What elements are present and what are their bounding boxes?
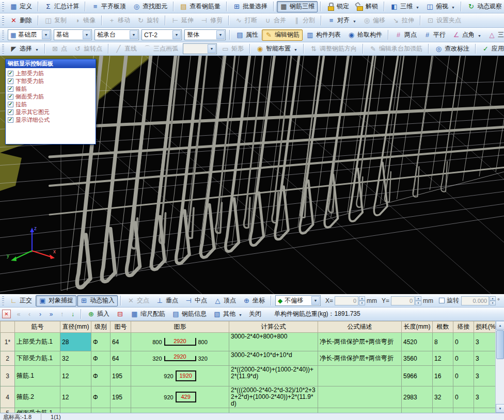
parallel-axis-button[interactable]: #平行 [420,29,449,41]
element-type-combo[interactable]: 桩承台 [94,29,139,40]
formula-cell[interactable]: 2*((2000-2*40)+(1000-2*40))+2*(11.9*d) [229,366,318,386]
length-cell[interactable]: 5966 [402,366,433,386]
grade-cell[interactable]: Φ [91,333,111,351]
snap-coordinate-button[interactable]: ⊕坐标 [240,295,268,306]
properties-button[interactable]: ▤属性 [233,29,261,41]
row-number-cell[interactable]: 3 [1,366,15,386]
lap-cell[interactable]: 0 [453,333,474,351]
apply-same-name-button[interactable]: ✓应用到同名承台 [479,43,504,55]
nav-first-button[interactable]: « [13,309,24,319]
figure-no-cell[interactable]: 64 [111,351,131,366]
split-button[interactable]: ∥分割 [290,15,318,26]
rebar-info-button[interactable]: ▤钢筋信息 [169,309,210,320]
point-angle-axis-button[interactable]: ∠点角 [449,29,484,41]
row-number-cell[interactable]: 1* [1,333,15,351]
lap-cell[interactable] [453,408,474,413]
bar-id-cell[interactable]: 上部受力筋.1 [15,333,60,351]
stepper-down-icon[interactable] [490,301,496,305]
chevron-down-icon[interactable] [208,44,216,53]
formula-cell[interactable]: 3000-2*40+10*d+10*d [229,351,318,366]
insert-row-button[interactable]: ⊕插入 [84,309,113,320]
two-point-axis-button[interactable]: #两点 [391,29,420,41]
merge-button[interactable]: ∪合并 [261,15,289,26]
three-point-axis-button[interactable]: △三点辅轴 [485,29,504,41]
toolbar-grip[interactable] [2,16,4,25]
row-number-cell[interactable]: 4 [1,386,15,408]
orbit-button[interactable]: ↻动态观察 [464,1,504,12]
snap-vertex-button[interactable]: △顶点 [211,295,239,306]
row-up-button[interactable]: ↑ [57,309,67,319]
row-number-cell[interactable]: 2 [1,351,15,366]
loss-cell[interactable]: 3 [474,386,496,408]
length-cell[interactable]: 3560 [402,351,433,366]
mirror-button[interactable]: ◑镜像 [70,15,99,26]
formula-cell[interactable] [229,408,318,413]
diameter-cell[interactable]: 12 [60,366,91,386]
figure-no-cell[interactable]: 195 [111,366,131,386]
shape-cell[interactable] [131,408,229,413]
lock-button[interactable]: 锁定 [324,1,352,12]
lap-cell[interactable]: 0 [453,366,474,386]
x-input[interactable]: 0 [335,296,358,305]
adjust-rebar-dir-button[interactable]: ⇅调整钢筋方向 [307,43,360,55]
y-stepper[interactable] [415,296,421,305]
toolbar-grip[interactable] [2,44,4,54]
formula-desc-cell[interactable] [318,386,402,408]
rotate-checkbox[interactable] [439,298,445,303]
shape-cell[interactable]: 920 429 [131,386,229,408]
loss-cell[interactable] [474,408,496,413]
checkbox-side-bars[interactable] [8,94,13,100]
viewport-3d[interactable]: xyz 钢筋显示控制面板 上部受力筋 下部受力筋 箍筋 侧面受力筋 拉筋 显示其… [0,56,504,294]
nav-next-button[interactable]: › [35,309,45,319]
bar-id-cell[interactable]: 箍筋.1 [15,366,60,386]
snap-intersection-button[interactable]: ✕交点 [124,295,152,306]
scope-combo[interactable]: 整体 [184,29,226,40]
grade-cell[interactable]: Φ [91,351,111,366]
dynamic-input-toggle[interactable]: ⊞动态输入 [77,295,118,306]
chevron-down-icon[interactable] [130,30,138,39]
diameter-cell[interactable]: 32 [60,351,91,366]
rotate-stepper[interactable] [490,296,496,305]
chevron-down-icon[interactable] [311,296,320,305]
lap-cell[interactable]: 0 [453,386,474,408]
length-cell[interactable]: 4520 [402,333,433,351]
row-down-button[interactable]: ↓ [68,309,78,319]
align-slab-top-button[interactable]: ≡平齐板顶 [88,1,129,12]
smart-layout-button[interactable]: ◉智能布置 [253,43,301,55]
y-input[interactable]: 0 [391,296,415,305]
x-stepper[interactable] [359,296,365,305]
toolbar-grip[interactable] [2,2,4,11]
formula-desc-cell[interactable] [318,366,402,386]
unlock-button[interactable]: 解锁 [353,1,381,12]
member-list-button[interactable]: ▥构件列表 [303,29,344,41]
checkbox-show-other[interactable] [8,109,13,115]
nav-last-button[interactable]: » [46,309,56,319]
bar-id-cell[interactable]: 箍筋.2 [15,386,60,408]
scroll-up-button[interactable] [496,321,504,330]
trim-button[interactable]: ⊣修剪 [197,15,226,26]
close-button[interactable]: 关闭 [246,309,264,320]
close-table-button[interactable]: ✕ [2,310,11,318]
view-rebar-qty-button[interactable]: ▤查看钢筋量 [177,1,224,12]
shape-cell[interactable]: 920 1920 [131,366,229,386]
diameter-cell[interactable]: 12 [60,386,91,408]
checkbox-top-bars[interactable] [8,71,13,76]
row-number-cell[interactable]: 5 [1,408,15,413]
stepper-up-icon[interactable] [490,296,496,301]
stepper-down-icon[interactable] [359,301,365,305]
summary-calc-button[interactable]: Σ汇总计算 [41,1,82,12]
length-cell[interactable]: 2983 [402,386,433,408]
bar-id-cell[interactable]: 下部受力筋.1 [15,351,60,366]
stepper-down-icon[interactable] [415,301,421,305]
count-cell[interactable]: 12 [433,351,453,366]
count-cell[interactable] [433,408,453,413]
set-grips-button[interactable]: ⊡设置夹点 [423,15,464,26]
shape-cell[interactable]: 320 2920 320 [131,351,229,366]
count-cell[interactable]: 32 [433,386,453,408]
copy-button[interactable]: ◫复制 [41,15,70,26]
edit-annotation-button[interactable]: ◎查改标注 [432,43,472,55]
arc-3pt-button[interactable]: ⌒三点画弧 [140,43,181,55]
loss-cell[interactable]: 3 [474,351,496,366]
break-button[interactable]: ∿打断 [232,15,260,26]
find-element-button[interactable]: ◎查找图元 [130,1,170,12]
